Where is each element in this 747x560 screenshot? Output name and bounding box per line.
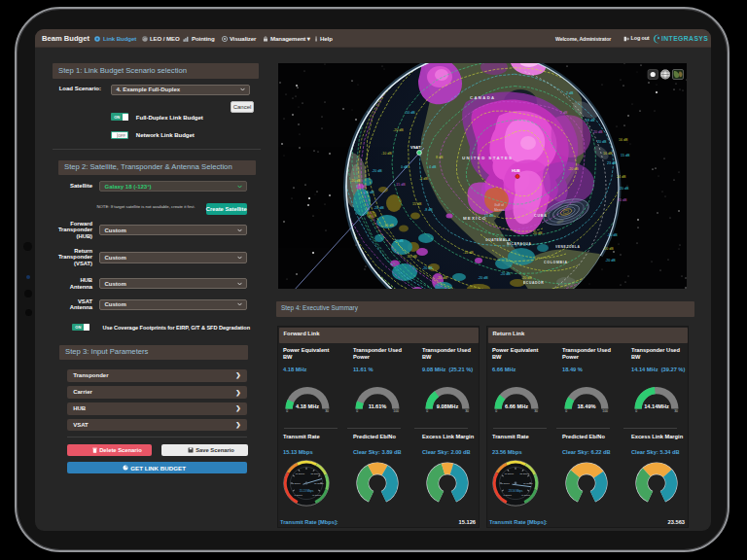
- svg-text:30: 30: [534, 409, 538, 413]
- svg-text:-20 dB: -20 dB: [393, 128, 404, 132]
- svg-text:0: 0: [565, 409, 567, 413]
- svg-text:HUB: HUB: [512, 168, 520, 173]
- svg-text:MEXICO: MEXICO: [463, 216, 487, 221]
- svg-text:2 dB: 2 dB: [560, 111, 568, 115]
- svg-text:VENEZUELA: VENEZUELA: [555, 245, 580, 249]
- svg-text:4.18 MHz: 4.18 MHz: [296, 403, 319, 409]
- svg-text:COLOMBIA: COLOMBIA: [544, 261, 568, 264]
- svg-text:11.61%: 11.61%: [369, 403, 387, 409]
- svg-text:-10 dB: -10 dB: [381, 152, 392, 156]
- svg-text:Gulf of: Gulf of: [494, 203, 504, 207]
- svg-text:24 dB: 24 dB: [617, 175, 626, 179]
- svg-text:0: 0: [495, 409, 497, 413]
- svg-text:40 Mbps: 40 Mbps: [311, 494, 321, 497]
- svg-text:25 Mbps: 25 Mbps: [519, 472, 529, 475]
- svg-text:23 dB: 23 dB: [607, 161, 617, 165]
- svg-text:0 Mbps: 0 Mbps: [294, 494, 302, 497]
- svg-text:CANADA: CANADA: [470, 95, 496, 100]
- svg-text:-8 dB: -8 dB: [424, 208, 433, 212]
- svg-text:15 dB: 15 dB: [621, 154, 630, 158]
- svg-text:20 dB: 20 dB: [597, 140, 607, 144]
- svg-text:Mexico: Mexico: [494, 208, 505, 212]
- svg-text:25 Mbps: 25 Mbps: [310, 472, 320, 475]
- svg-text:VSAT: VSAT: [410, 145, 421, 150]
- svg-text:100: 100: [393, 409, 399, 413]
- svg-text:10 Mbps: 10 Mbps: [295, 472, 304, 475]
- svg-text:-10 dB: -10 dB: [405, 111, 415, 115]
- svg-text:-20 dB: -20 dB: [422, 266, 433, 270]
- svg-text:6.66 MHz: 6.66 MHz: [505, 403, 528, 409]
- svg-text:4 dB: 4 dB: [429, 165, 437, 169]
- svg-text:5 Mbps: 5 Mbps: [292, 482, 301, 485]
- svg-text:20 dB: 20 dB: [593, 130, 603, 134]
- svg-text:0: 0: [635, 409, 637, 413]
- svg-text:ECUADOR: ECUADOR: [523, 281, 544, 285]
- svg-text:8 dB: 8 dB: [436, 156, 444, 159]
- svg-text:18.49%: 18.49%: [578, 403, 596, 409]
- svg-text:10 Mbps: 10 Mbps: [504, 472, 514, 475]
- svg-text:30: 30: [674, 409, 678, 413]
- svg-text:20 dB: 20 dB: [618, 198, 627, 202]
- svg-text:-20 dB: -20 dB: [393, 239, 404, 243]
- svg-text:16 dB: 16 dB: [603, 152, 613, 156]
- svg-text:-20 dB: -20 dB: [374, 206, 384, 210]
- svg-text:-4 dB: -4 dB: [419, 177, 428, 181]
- svg-text:0 Mbps: 0 Mbps: [503, 494, 512, 497]
- svg-text:-20 dB: -20 dB: [500, 272, 511, 276]
- svg-text:30 Mbps: 30 Mbps: [314, 482, 324, 485]
- svg-text:-20 dB: -20 dB: [568, 167, 579, 171]
- svg-text:40 Mbps: 40 Mbps: [520, 494, 530, 497]
- svg-text:9.08MHz: 9.08MHz: [436, 403, 458, 409]
- svg-text:-20 dB: -20 dB: [437, 276, 447, 280]
- svg-text:2 dB: 2 dB: [566, 91, 574, 95]
- svg-text:20 dB: 20 dB: [620, 187, 629, 191]
- svg-text:-20 dB: -20 dB: [478, 276, 488, 280]
- svg-text:-15 dB: -15 dB: [395, 183, 406, 187]
- svg-text:30 Mbps: 30 Mbps: [523, 482, 533, 485]
- svg-text:18 dB: 18 dB: [586, 119, 595, 122]
- svg-text:-20 dB: -20 dB: [350, 179, 361, 183]
- svg-text:0 dB: 0 dB: [401, 165, 409, 169]
- svg-text:-16 dB: -16 dB: [607, 233, 618, 237]
- svg-text:-26 dB: -26 dB: [356, 185, 367, 189]
- svg-text:CUBA: CUBA: [534, 214, 548, 218]
- svg-text:-20 dB: -20 dB: [407, 255, 417, 259]
- svg-text:30: 30: [465, 409, 469, 413]
- svg-text:-10 dB: -10 dB: [463, 251, 474, 255]
- svg-text:0: 0: [356, 409, 358, 413]
- svg-text:0: 0: [286, 409, 288, 413]
- svg-text:100: 100: [602, 409, 608, 413]
- svg-text:-20 dB: -20 dB: [364, 191, 374, 194]
- svg-text:15 dB: 15 dB: [412, 202, 422, 206]
- svg-text:16 dB: 16 dB: [619, 138, 628, 142]
- svg-text:23.56 Mbps: 23.56 Mbps: [508, 489, 522, 493]
- svg-text:20 dB: 20 dB: [533, 231, 543, 235]
- svg-text:NICARAGUA: NICARAGUA: [507, 242, 532, 246]
- svg-text:-20 dB: -20 dB: [605, 259, 616, 262]
- svg-text:UNITED STATES: UNITED STATES: [462, 156, 513, 160]
- svg-text:14.14MHz: 14.14MHz: [644, 403, 669, 409]
- svg-text:-20 dB: -20 dB: [603, 247, 614, 251]
- svg-text:-20 dB: -20 dB: [521, 276, 532, 280]
- svg-text:-15 dB: -15 dB: [383, 224, 394, 228]
- svg-text:0: 0: [426, 409, 428, 413]
- svg-text:-20 dB: -20 dB: [372, 169, 382, 173]
- svg-text:30: 30: [325, 409, 329, 413]
- svg-text:5 Mbps: 5 Mbps: [501, 482, 510, 485]
- svg-text:15.13 Mbps: 15.13 Mbps: [299, 489, 313, 493]
